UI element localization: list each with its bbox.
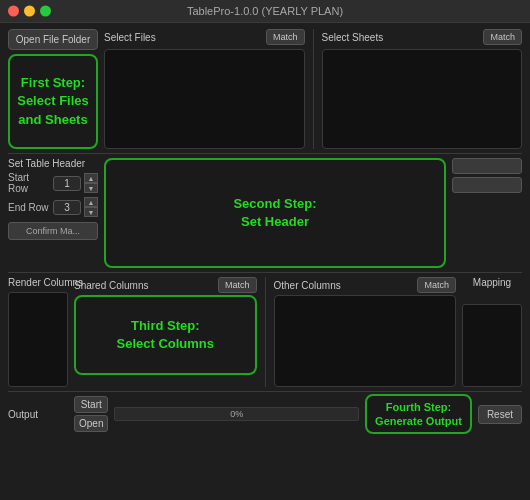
step2-area: Second Step: Set Header xyxy=(104,158,446,268)
confirm-button[interactable]: Confirm Ma... xyxy=(8,222,98,240)
divider1 xyxy=(313,29,314,149)
render-columns-panel: Render Columns xyxy=(8,277,68,387)
reset-button[interactable]: Reset xyxy=(478,405,522,424)
divider-h3 xyxy=(8,391,522,392)
output-buttons: Start Open xyxy=(74,396,108,432)
end-row-input[interactable] xyxy=(53,200,81,215)
close-button[interactable] xyxy=(8,6,19,17)
end-row-down[interactable]: ▼ xyxy=(84,207,98,217)
start-row-label: Start Row xyxy=(8,172,50,194)
shared-columns-label: Shared Columns xyxy=(74,280,148,291)
other-columns-panel: Other Columns Match xyxy=(274,277,457,387)
end-row-label: End Row xyxy=(8,202,50,213)
divider2 xyxy=(265,277,266,387)
output-label: Output xyxy=(8,409,68,420)
select-files-section: Select Files Match xyxy=(104,29,305,149)
title-bar: TablePro-1.0.0 (YEARLY PLAN) xyxy=(0,0,530,23)
other-columns-match-button[interactable]: Match xyxy=(417,277,456,293)
render-columns-label: Render Columns xyxy=(8,277,68,288)
right-dropdowns xyxy=(452,158,522,268)
select-sheets-header: Select Sheets Match xyxy=(322,29,523,45)
progress-area: 0% xyxy=(114,407,359,421)
step2-text: Second Step: Set Header xyxy=(233,195,316,231)
start-row-input[interactable] xyxy=(53,176,81,191)
select-sheets-area[interactable] xyxy=(322,49,523,149)
open-file-folder-button[interactable]: Open File Folder xyxy=(8,29,98,50)
end-row-stepper: ▲ ▼ xyxy=(84,197,98,217)
select-files-match-button[interactable]: Match xyxy=(266,29,305,45)
progress-text: 0% xyxy=(230,409,243,419)
step3-box: Third Step: Select Columns xyxy=(74,295,257,375)
start-row-control: Start Row ▲ ▼ xyxy=(8,172,98,194)
divider-h2 xyxy=(8,272,522,273)
window-controls xyxy=(8,6,51,17)
row3: Render Columns Shared Columns Match Thir… xyxy=(8,277,522,387)
start-row-down[interactable]: ▼ xyxy=(84,183,98,193)
other-columns-header: Other Columns Match xyxy=(274,277,457,293)
mapping-label: Mapping xyxy=(462,277,522,288)
output-left-panel: Output xyxy=(8,409,68,420)
select-files-header: Select Files Match xyxy=(104,29,305,45)
render-columns-area[interactable] xyxy=(8,292,68,387)
shared-columns-panel: Shared Columns Match Third Step: Select … xyxy=(74,277,257,387)
open-folder-section: Open File Folder First Step: Select File… xyxy=(8,29,98,149)
window-title: TablePro-1.0.0 (YEARLY PLAN) xyxy=(187,5,343,17)
step1-box: First Step: Select Files and Sheets xyxy=(8,54,98,149)
main-content: Open File Folder First Step: Select File… xyxy=(0,23,530,497)
other-columns-area[interactable] xyxy=(274,295,457,387)
select-files-area[interactable] xyxy=(104,49,305,149)
shared-columns-match-button[interactable]: Match xyxy=(218,277,257,293)
start-row-up[interactable]: ▲ xyxy=(84,173,98,183)
select-files-label: Select Files xyxy=(104,32,156,43)
select-sheets-section: Select Sheets Match xyxy=(322,29,523,149)
step2-box: Second Step: Set Header xyxy=(104,158,446,268)
end-row-up[interactable]: ▲ xyxy=(84,197,98,207)
minimize-button[interactable] xyxy=(24,6,35,17)
step4-text: Fourth Step: Generate Output xyxy=(375,400,462,429)
dropdown2[interactable] xyxy=(452,177,522,193)
maximize-button[interactable] xyxy=(40,6,51,17)
step4-box: Fourth Step: Generate Output xyxy=(365,394,472,435)
set-header-panel: Set Table Header Start Row ▲ ▼ End Row ▲… xyxy=(8,158,98,268)
mapping-area[interactable] xyxy=(462,304,522,387)
start-button[interactable]: Start xyxy=(74,396,108,413)
set-header-label: Set Table Header xyxy=(8,158,98,169)
dropdown1[interactable] xyxy=(452,158,522,174)
output-row: Output Start Open 0% Fourth Step: Genera… xyxy=(8,398,522,430)
row1: Open File Folder First Step: Select File… xyxy=(8,29,522,149)
divider-h1 xyxy=(8,153,522,154)
step1-text: First Step: Select Files and Sheets xyxy=(17,74,89,129)
select-sheets-match-button[interactable]: Match xyxy=(483,29,522,45)
other-columns-label: Other Columns xyxy=(274,280,341,291)
row2: Set Table Header Start Row ▲ ▼ End Row ▲… xyxy=(8,158,522,268)
select-sheets-label: Select Sheets xyxy=(322,32,384,43)
shared-columns-header: Shared Columns Match xyxy=(74,277,257,293)
mapping-panel: Mapping xyxy=(462,277,522,387)
open-button[interactable]: Open xyxy=(74,415,108,432)
start-row-stepper: ▲ ▼ xyxy=(84,173,98,193)
end-row-control: End Row ▲ ▼ xyxy=(8,197,98,217)
step3-text: Third Step: Select Columns xyxy=(116,317,214,353)
progress-bar: 0% xyxy=(114,407,359,421)
